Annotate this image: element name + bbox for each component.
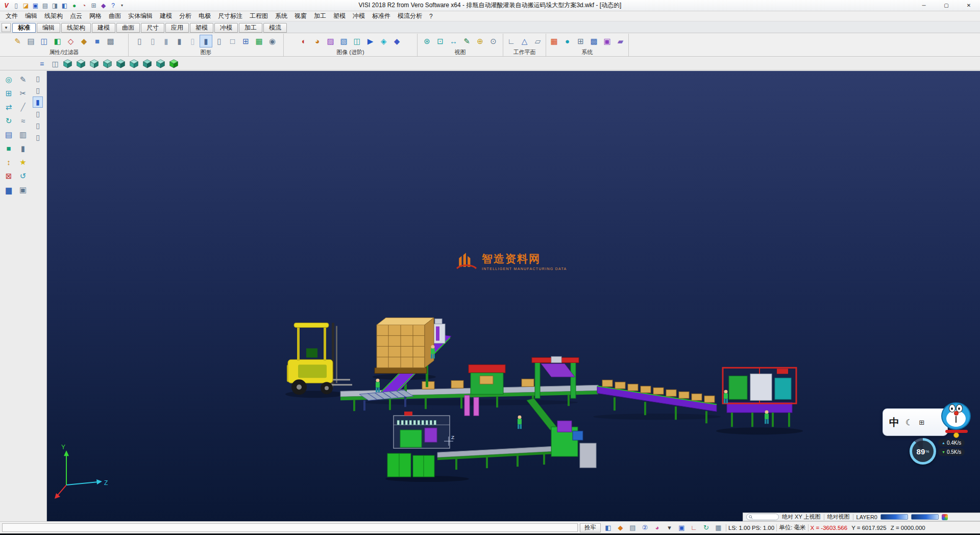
quick-access-dropdown[interactable]: ▾ [118, 1, 126, 10]
menu-item[interactable]: 模流分析 [394, 11, 426, 21]
render-shaded-icon[interactable]: ▮ [160, 35, 173, 47]
tab-machining[interactable]: 加工 [239, 23, 262, 33]
menu-item[interactable]: 建模 [156, 11, 176, 21]
buffer-slot-5-icon[interactable]: ▯ [33, 120, 43, 131]
visi-logo-icon[interactable]: V [2, 1, 11, 10]
cube-view-back-icon[interactable] [128, 58, 140, 69]
tab-flow[interactable]: 模流 [263, 23, 287, 33]
processor-icon[interactable]: ▣ [601, 35, 614, 47]
rotate-icon[interactable]: ↻ [2, 114, 15, 127]
projection-label[interactable]: 绝对视图 [827, 513, 850, 521]
solid-cylinder-icon[interactable]: ▮ [16, 142, 30, 155]
buffer-slot-2-icon[interactable]: ▯ [33, 85, 43, 96]
new-viewport-icon[interactable]: ▯ [213, 35, 226, 47]
snapshot-icon[interactable]: ◫ [351, 35, 363, 47]
command-search[interactable] [746, 514, 779, 520]
menu-item[interactable]: 线架构 [41, 11, 66, 21]
dimension-icon[interactable]: ↕ [2, 156, 15, 168]
tab-standard[interactable]: 标准 [12, 23, 36, 33]
render-edges-icon[interactable]: ▮ [173, 35, 186, 47]
raytrace-icon[interactable]: ◈ [377, 35, 390, 47]
profile-2-icon[interactable]: ② [640, 523, 650, 533]
grid-view-icon[interactable]: ▦ [253, 35, 265, 47]
scissors-icon[interactable]: ✂ [16, 87, 30, 100]
menu-item[interactable]: 标准件 [369, 11, 394, 21]
display-config-icon[interactable]: ◧ [603, 523, 614, 533]
translate-icon[interactable]: ⇄ [2, 101, 15, 113]
menu-item[interactable]: 尺寸标注 [214, 11, 246, 21]
view-list-icon[interactable]: ≡ [36, 58, 48, 69]
tab-application[interactable]: 应用 [165, 23, 189, 33]
sketch-view-icon[interactable]: ✎ [460, 35, 473, 47]
delete-icon[interactable]: ⊠ [2, 169, 15, 182]
open-file-icon[interactable]: ◪ [21, 1, 31, 10]
tab-edit[interactable]: 编辑 [37, 23, 60, 33]
tab-progress[interactable]: 冲模 [214, 23, 238, 33]
save-view-icon[interactable]: ▣ [16, 183, 30, 196]
center-view-icon[interactable]: ⊕ [474, 35, 486, 47]
pan-view-icon[interactable]: ↔ [447, 35, 460, 47]
screen-config-icon[interactable]: ◧ [60, 1, 69, 10]
surface-filter-icon[interactable]: ◆ [78, 35, 90, 47]
workplane-3point-icon[interactable]: △ [518, 35, 531, 47]
matrix-icon[interactable]: ▩ [587, 35, 600, 47]
viewport-3d[interactable]: Z Y Z [47, 71, 980, 521]
copy-attributes-icon[interactable]: ◫ [38, 35, 51, 47]
tab-surface[interactable]: 曲面 [116, 23, 140, 33]
buffer-slot-4-icon[interactable]: ▯ [33, 108, 43, 119]
menu-item[interactable]: 文件 [2, 11, 21, 21]
macro-icon[interactable]: ◆ [99, 1, 108, 10]
zoom-dynamic-icon[interactable]: ◎ [2, 73, 15, 86]
image-quality-icon[interactable]: ◐ [298, 35, 310, 47]
more-options-icon[interactable]: ▾ [664, 523, 675, 533]
globe-icon[interactable]: ● [561, 35, 574, 47]
menu-item[interactable]: 编辑 [21, 11, 41, 21]
ime-toolbox-icon[interactable]: ⊞ [919, 419, 924, 426]
plugin-icon[interactable]: ▰ [614, 35, 627, 47]
menu-item[interactable]: 分析 [176, 11, 195, 21]
palette-mini-icon[interactable] [942, 514, 948, 520]
render-hidden-line-icon[interactable]: ▯ [146, 35, 159, 47]
calculator-icon[interactable]: ⊞ [574, 35, 587, 47]
view-manager-icon[interactable]: ◉ [266, 35, 279, 47]
mask-filter-icon[interactable]: ▩ [104, 35, 117, 47]
menu-item[interactable]: ? [426, 12, 436, 21]
tab-mould[interactable]: 塑模 [190, 23, 213, 33]
menu-item[interactable]: 塑模 [330, 11, 349, 21]
statistics-icon[interactable]: ▆ [2, 183, 15, 196]
memory-usage-gauge[interactable]: 89 % [910, 438, 936, 465]
ime-fullwidth-icon[interactable]: ☾ [905, 418, 913, 427]
tab-dimension[interactable]: 尺寸 [141, 23, 164, 33]
help-icon[interactable]: ? [108, 1, 118, 10]
settings-icon[interactable]: ⊞ [89, 1, 99, 10]
solid-box-icon[interactable]: ■ [2, 142, 15, 155]
regenerate-icon[interactable]: ↻ [701, 523, 712, 533]
cube-view-right-icon[interactable] [101, 58, 113, 69]
snap-options-icon[interactable]: ◆ [615, 523, 626, 533]
search-input[interactable] [754, 514, 776, 520]
workplane-view-icon[interactable]: ▱ [531, 35, 544, 47]
palette-icon[interactable]: ◕ [652, 523, 663, 533]
snap-toggle-button[interactable]: 拴牢 [580, 523, 601, 532]
maximize-button[interactable]: ▢ [935, 0, 958, 11]
minimize-button[interactable]: ─ [913, 0, 935, 11]
menu-item[interactable]: 加工 [310, 11, 330, 21]
cube-view-left-icon[interactable] [114, 58, 127, 69]
split-icon[interactable]: ╱ [16, 101, 30, 113]
texture-map-icon[interactable]: ▨ [324, 35, 337, 47]
cube-view-shaded-icon[interactable] [167, 58, 180, 69]
print-drawing-icon[interactable]: ▤ [24, 35, 37, 47]
cube-view-iso-icon[interactable] [61, 58, 74, 69]
menu-item[interactable]: 电极 [195, 11, 214, 21]
ucs-icon[interactable]: ∟ [689, 523, 699, 533]
sketch-icon[interactable]: ✎ [16, 73, 30, 86]
menu-item[interactable]: 实体编辑 [125, 11, 156, 21]
workplane-xy-icon[interactable]: ∟ [505, 35, 518, 47]
menu-item[interactable]: 网格 [86, 11, 105, 21]
save-state-icon[interactable]: ▣ [676, 523, 687, 533]
tab-wireframe[interactable]: 线架构 [61, 23, 91, 33]
cube-view-top-icon[interactable] [75, 58, 87, 69]
menu-item[interactable]: 曲面 [105, 11, 125, 21]
close-button[interactable]: ✕ [958, 0, 980, 11]
tab-modeling[interactable]: 建模 [92, 23, 115, 33]
